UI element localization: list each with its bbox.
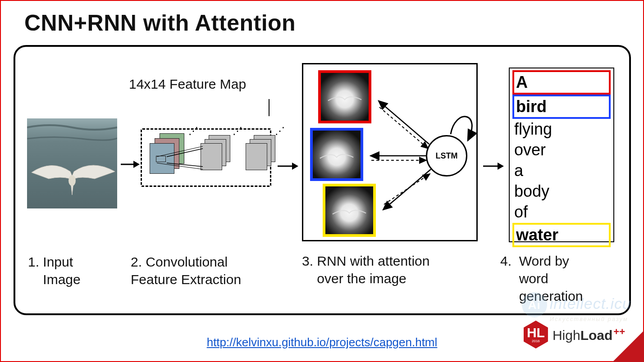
caption-2: 2. Convolutional Feature Extraction [131,253,241,288]
highload-hex-year: 2016 [532,339,540,343]
watermark-text: intellect.icu [550,295,631,312]
highload-bold: Load [580,328,613,343]
watermark: Aiintellect.icu Искусственный разум [522,292,631,322]
out-word-4: a [512,160,611,181]
highload-logo: HL 2016 HighLoad++ [524,321,625,348]
arrow-3 [482,160,505,172]
svg-marker-8 [292,163,298,170]
feature-map-tick [269,99,269,116]
out-word-7: water [512,223,611,247]
lstm-label: LSTM [436,151,458,161]
svg-marker-16 [498,163,504,170]
highload-hex-icon: HL 2016 [524,321,548,348]
slide-title: CNN+RNN with Attention [24,10,296,36]
out-word-3: over [512,140,611,160]
out-word-2: flying [512,119,611,140]
highload-hex-text: HL [527,326,545,339]
lstm-node: LSTM [426,135,467,176]
highload-light: High [553,328,580,343]
dots-2: ⋰ [233,125,244,137]
out-word-6: of [512,202,611,222]
caption-1: 1. Input Image [28,253,81,288]
reference-link[interactable]: http://kelvinxu.github.io/projects/capge… [207,335,438,349]
svg-point-0 [69,175,76,186]
caption-3: 3. RNN with attention over the image [302,252,429,287]
attention-tile-blue [310,128,363,181]
input-image [27,118,117,208]
svg-marker-2 [133,161,140,168]
dots-3: ⋰ [275,125,287,137]
attention-tile-yellow [323,184,376,237]
out-word-0: A [512,70,611,95]
feature-map-label: 14x14 Feature Map [129,77,246,92]
arrow-2 [277,160,299,172]
corner-triangle [612,330,644,362]
out-word-1: bird [512,95,611,119]
out-word-5: body [512,181,611,202]
output-word-box: A bird flying over a body of water [509,68,614,242]
arrow-1 [120,158,140,170]
watermark-badge: Ai [522,292,547,317]
dots-1: ⋰ [188,125,200,137]
attention-tile-red [318,70,371,123]
